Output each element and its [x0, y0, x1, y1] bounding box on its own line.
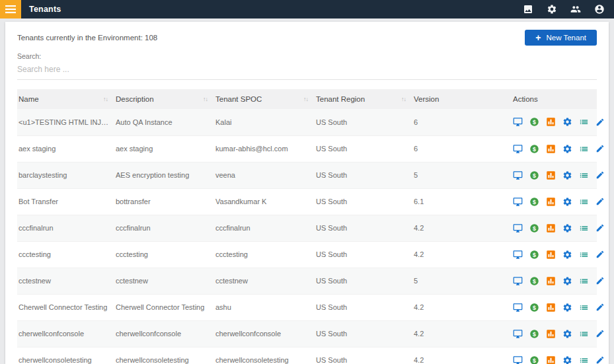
- column-header-actions: Actions: [512, 89, 597, 109]
- desktop-icon[interactable]: [513, 303, 523, 312]
- sort-arrows-icon[interactable]: ↑↓: [203, 96, 208, 102]
- dollar-icon[interactable]: $: [529, 144, 539, 154]
- desktop-icon[interactable]: [513, 250, 523, 260]
- chart-icon[interactable]: [546, 276, 556, 286]
- cell-spoc: Vasandkumar K: [214, 188, 315, 215]
- list-icon[interactable]: [579, 223, 589, 233]
- chart-icon[interactable]: [546, 355, 556, 364]
- image-icon[interactable]: [523, 4, 533, 15]
- list-icon[interactable]: [579, 117, 589, 127]
- chart-icon[interactable]: [546, 223, 556, 233]
- dollar-icon[interactable]: $: [529, 250, 539, 260]
- desktop-icon[interactable]: [513, 329, 523, 339]
- cell-version: 4.2: [412, 294, 512, 320]
- list-icon[interactable]: [579, 303, 589, 312]
- tenants-table: Name ↑↓ Description ↑↓ Tenant SPOC ↑↓ Te…: [17, 89, 597, 364]
- sort-arrows-icon[interactable]: ↑↓: [401, 96, 406, 102]
- gear-icon[interactable]: [562, 329, 572, 339]
- chart-icon[interactable]: [546, 117, 556, 127]
- column-header-spoc[interactable]: Tenant SPOC ↑↓: [214, 89, 315, 109]
- gear-icon[interactable]: [562, 276, 572, 286]
- edit-icon[interactable]: [595, 223, 605, 233]
- gear-icon[interactable]: [562, 303, 572, 312]
- gear-icon[interactable]: [562, 170, 572, 180]
- cell-actions: $: [512, 135, 597, 162]
- dollar-icon[interactable]: $: [529, 197, 539, 207]
- svg-text:$: $: [533, 304, 536, 310]
- table-row: cctestnewcctestnewcctestnewUS South5$: [17, 268, 597, 294]
- cell-description: cherwellconfconsole: [114, 320, 214, 347]
- cell-name: aex staging: [17, 135, 114, 162]
- edit-icon[interactable]: [595, 144, 605, 154]
- dollar-icon[interactable]: $: [529, 223, 539, 233]
- dollar-icon[interactable]: $: [529, 170, 539, 180]
- gear-icon[interactable]: [562, 250, 572, 260]
- gear-icon[interactable]: [562, 355, 572, 364]
- cell-actions: $: [512, 109, 597, 135]
- dollar-icon[interactable]: $: [529, 276, 539, 286]
- gear-icon[interactable]: [562, 117, 572, 127]
- chart-icon[interactable]: [546, 250, 556, 260]
- list-icon[interactable]: [579, 197, 589, 207]
- account-icon[interactable]: [594, 4, 605, 15]
- desktop-icon[interactable]: [513, 117, 523, 127]
- edit-icon[interactable]: [595, 117, 605, 127]
- topbar-actions: [523, 0, 605, 18]
- gear-icon[interactable]: [562, 144, 572, 154]
- dollar-icon[interactable]: $: [529, 329, 539, 339]
- list-icon[interactable]: [579, 144, 589, 154]
- list-icon[interactable]: [579, 276, 589, 286]
- cell-version: 4.2: [412, 215, 512, 241]
- list-icon[interactable]: [579, 355, 589, 364]
- dollar-icon[interactable]: $: [529, 303, 539, 312]
- cell-description: aex staging: [114, 135, 214, 162]
- edit-icon[interactable]: [595, 197, 605, 207]
- desktop-icon[interactable]: [513, 170, 523, 180]
- list-icon[interactable]: [579, 329, 589, 339]
- column-header-description[interactable]: Description ↑↓: [114, 89, 214, 109]
- desktop-icon[interactable]: [513, 223, 523, 233]
- cell-region: US South: [315, 109, 412, 135]
- chart-icon[interactable]: [546, 144, 556, 154]
- column-header-name[interactable]: Name ↑↓: [17, 89, 114, 109]
- gear-icon[interactable]: [562, 223, 572, 233]
- search-input[interactable]: [17, 60, 597, 80]
- gear-icon[interactable]: [547, 4, 557, 15]
- desktop-icon[interactable]: [513, 355, 523, 364]
- column-header-version[interactable]: Version: [412, 89, 512, 109]
- cell-spoc: cherwellconsoletesting: [214, 347, 315, 364]
- gear-icon[interactable]: [562, 197, 572, 207]
- chart-icon[interactable]: [546, 329, 556, 339]
- edit-icon[interactable]: [595, 276, 605, 286]
- edit-icon[interactable]: [595, 170, 605, 180]
- chart-icon[interactable]: [546, 197, 556, 207]
- sort-arrows-icon[interactable]: ↑↓: [103, 96, 108, 102]
- cell-description: AES encryption testing: [114, 162, 214, 188]
- chart-icon[interactable]: [546, 170, 556, 180]
- desktop-icon[interactable]: [513, 144, 523, 154]
- cell-name: Cherwell Connector Testing: [17, 294, 114, 320]
- edit-icon[interactable]: [595, 303, 605, 312]
- svg-text:$: $: [533, 198, 536, 205]
- chart-icon[interactable]: [546, 303, 556, 312]
- edit-icon[interactable]: [595, 329, 605, 339]
- edit-icon[interactable]: [595, 250, 605, 260]
- dollar-icon[interactable]: $: [529, 117, 539, 127]
- new-tenant-button[interactable]: + New Tenant: [525, 30, 597, 46]
- menu-button[interactable]: [0, 0, 21, 18]
- users-icon[interactable]: [570, 4, 581, 15]
- tenant-count-text: Tenants currently in the Environment: 10…: [17, 34, 157, 42]
- list-icon[interactable]: [579, 250, 589, 260]
- column-header-region[interactable]: Tenant Region ↑↓: [315, 89, 412, 109]
- desktop-icon[interactable]: [513, 197, 523, 207]
- list-icon[interactable]: [579, 170, 589, 180]
- table-row: aex stagingaex stagingkumar-abhis@hcl.co…: [17, 135, 597, 162]
- dollar-icon[interactable]: $: [529, 355, 539, 364]
- cell-description: cherwellconsoletesting: [114, 347, 214, 364]
- cell-region: US South: [315, 294, 412, 320]
- edit-icon[interactable]: [595, 355, 605, 364]
- desktop-icon[interactable]: [513, 276, 523, 286]
- cell-spoc: cctestnew: [214, 268, 315, 294]
- sort-arrows-icon[interactable]: ↑↓: [303, 96, 308, 102]
- table-row: cccfinalruncccfinalruncccfinalrunUS Sout…: [17, 215, 597, 241]
